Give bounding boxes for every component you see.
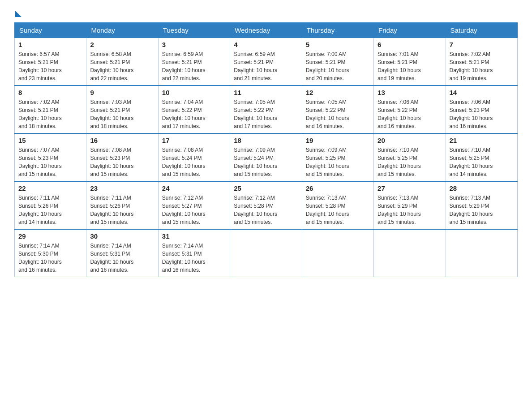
calendar-week-row: 29 Sunrise: 7:14 AM Sunset: 5:30 PM Dayl… xyxy=(15,229,518,277)
day-number: 27 xyxy=(378,184,442,192)
weekday-header-friday: Friday xyxy=(374,23,446,38)
day-info: Sunrise: 7:08 AM Sunset: 5:23 PM Dayligh… xyxy=(90,146,154,178)
calendar-day-cell: 18 Sunrise: 7:09 AM Sunset: 5:24 PM Dayl… xyxy=(230,133,302,181)
day-info: Sunrise: 7:09 AM Sunset: 5:24 PM Dayligh… xyxy=(234,146,298,178)
page-header xyxy=(14,11,518,17)
calendar-day-cell: 1 Sunrise: 6:57 AM Sunset: 5:21 PM Dayli… xyxy=(15,38,86,86)
day-number: 7 xyxy=(450,41,514,48)
day-number: 30 xyxy=(90,232,154,240)
day-number: 12 xyxy=(306,89,370,96)
day-info: Sunrise: 7:10 AM Sunset: 5:25 PM Dayligh… xyxy=(378,146,442,178)
calendar-day-cell: 25 Sunrise: 7:12 AM Sunset: 5:28 PM Dayl… xyxy=(230,181,302,229)
calendar-day-cell: 15 Sunrise: 7:07 AM Sunset: 5:23 PM Dayl… xyxy=(15,133,86,181)
day-number: 17 xyxy=(162,137,226,144)
day-info: Sunrise: 7:13 AM Sunset: 5:28 PM Dayligh… xyxy=(306,194,370,226)
day-info: Sunrise: 7:02 AM Sunset: 5:21 PM Dayligh… xyxy=(18,98,82,130)
day-number: 14 xyxy=(450,89,514,96)
day-number: 15 xyxy=(18,137,82,144)
calendar-day-cell: 6 Sunrise: 7:01 AM Sunset: 5:21 PM Dayli… xyxy=(374,38,446,86)
day-info: Sunrise: 7:12 AM Sunset: 5:27 PM Dayligh… xyxy=(162,194,226,226)
day-info: Sunrise: 7:02 AM Sunset: 5:21 PM Dayligh… xyxy=(450,50,514,82)
calendar-day-cell: 13 Sunrise: 7:06 AM Sunset: 5:22 PM Dayl… xyxy=(374,86,446,133)
day-number: 29 xyxy=(18,232,82,240)
day-number: 2 xyxy=(90,41,154,48)
day-info: Sunrise: 7:13 AM Sunset: 5:29 PM Dayligh… xyxy=(378,194,442,226)
day-number: 21 xyxy=(450,137,514,144)
day-info: Sunrise: 7:11 AM Sunset: 5:26 PM Dayligh… xyxy=(90,194,154,226)
calendar-week-row: 8 Sunrise: 7:02 AM Sunset: 5:21 PM Dayli… xyxy=(15,86,518,133)
day-info: Sunrise: 7:05 AM Sunset: 5:22 PM Dayligh… xyxy=(306,98,370,130)
day-number: 18 xyxy=(234,137,298,144)
day-info: Sunrise: 7:12 AM Sunset: 5:28 PM Dayligh… xyxy=(234,194,298,226)
calendar-day-cell: 11 Sunrise: 7:05 AM Sunset: 5:22 PM Dayl… xyxy=(230,86,302,133)
calendar-day-cell: 12 Sunrise: 7:05 AM Sunset: 5:22 PM Dayl… xyxy=(302,86,373,133)
day-number: 5 xyxy=(306,41,370,48)
day-info: Sunrise: 7:06 AM Sunset: 5:22 PM Dayligh… xyxy=(378,98,442,130)
weekday-header-sunday: Sunday xyxy=(15,23,86,38)
day-number: 10 xyxy=(162,89,226,96)
calendar-week-row: 22 Sunrise: 7:11 AM Sunset: 5:26 PM Dayl… xyxy=(15,181,518,229)
calendar-day-cell: 28 Sunrise: 7:13 AM Sunset: 5:29 PM Dayl… xyxy=(446,181,517,229)
day-number: 8 xyxy=(18,89,82,96)
day-info: Sunrise: 6:57 AM Sunset: 5:21 PM Dayligh… xyxy=(18,50,82,82)
day-number: 3 xyxy=(162,41,226,48)
day-number: 24 xyxy=(162,184,226,192)
calendar-day-cell: 23 Sunrise: 7:11 AM Sunset: 5:26 PM Dayl… xyxy=(86,181,158,229)
calendar-day-cell: 20 Sunrise: 7:10 AM Sunset: 5:25 PM Dayl… xyxy=(374,133,446,181)
calendar-day-cell: 14 Sunrise: 7:06 AM Sunset: 5:23 PM Dayl… xyxy=(446,86,517,133)
weekday-header-monday: Monday xyxy=(86,23,158,38)
calendar-day-cell: 17 Sunrise: 7:08 AM Sunset: 5:24 PM Dayl… xyxy=(158,133,230,181)
calendar-day-cell: 9 Sunrise: 7:03 AM Sunset: 5:21 PM Dayli… xyxy=(86,86,158,133)
day-number: 20 xyxy=(378,137,442,144)
day-info: Sunrise: 7:01 AM Sunset: 5:21 PM Dayligh… xyxy=(378,50,442,82)
day-number: 1 xyxy=(18,41,82,48)
day-info: Sunrise: 7:08 AM Sunset: 5:24 PM Dayligh… xyxy=(162,146,226,178)
day-info: Sunrise: 7:07 AM Sunset: 5:23 PM Dayligh… xyxy=(18,146,82,178)
calendar-day-cell: 3 Sunrise: 6:59 AM Sunset: 5:21 PM Dayli… xyxy=(158,38,230,86)
day-info: Sunrise: 7:04 AM Sunset: 5:22 PM Dayligh… xyxy=(162,98,226,130)
day-info: Sunrise: 7:10 AM Sunset: 5:25 PM Dayligh… xyxy=(450,146,514,178)
day-info: Sunrise: 6:58 AM Sunset: 5:21 PM Dayligh… xyxy=(90,50,154,82)
day-info: Sunrise: 7:13 AM Sunset: 5:29 PM Dayligh… xyxy=(450,194,514,226)
calendar-week-row: 15 Sunrise: 7:07 AM Sunset: 5:23 PM Dayl… xyxy=(15,133,518,181)
calendar-day-cell: 22 Sunrise: 7:11 AM Sunset: 5:26 PM Dayl… xyxy=(15,181,86,229)
calendar-day-cell: 31 Sunrise: 7:14 AM Sunset: 5:31 PM Dayl… xyxy=(158,229,230,277)
day-number: 9 xyxy=(90,89,154,96)
day-info: Sunrise: 7:11 AM Sunset: 5:26 PM Dayligh… xyxy=(18,194,82,226)
day-info: Sunrise: 7:05 AM Sunset: 5:22 PM Dayligh… xyxy=(234,98,298,130)
calendar-day-cell: 10 Sunrise: 7:04 AM Sunset: 5:22 PM Dayl… xyxy=(158,86,230,133)
day-number: 25 xyxy=(234,184,298,192)
day-number: 31 xyxy=(162,232,226,240)
weekday-header-wednesday: Wednesday xyxy=(230,23,302,38)
day-info: Sunrise: 7:14 AM Sunset: 5:31 PM Dayligh… xyxy=(90,242,154,274)
calendar-day-cell: 8 Sunrise: 7:02 AM Sunset: 5:21 PM Dayli… xyxy=(15,86,86,133)
day-info: Sunrise: 7:00 AM Sunset: 5:21 PM Dayligh… xyxy=(306,50,370,82)
calendar-day-cell xyxy=(374,229,446,277)
calendar-day-cell: 5 Sunrise: 7:00 AM Sunset: 5:21 PM Dayli… xyxy=(302,38,373,86)
calendar-day-cell xyxy=(230,229,302,277)
day-number: 6 xyxy=(378,41,442,48)
day-number: 26 xyxy=(306,184,370,192)
calendar-day-cell: 4 Sunrise: 6:59 AM Sunset: 5:21 PM Dayli… xyxy=(230,38,302,86)
weekday-header-saturday: Saturday xyxy=(446,23,517,38)
day-info: Sunrise: 6:59 AM Sunset: 5:21 PM Dayligh… xyxy=(162,50,226,82)
day-number: 16 xyxy=(90,137,154,144)
calendar-day-cell: 26 Sunrise: 7:13 AM Sunset: 5:28 PM Dayl… xyxy=(302,181,373,229)
calendar-day-cell: 2 Sunrise: 6:58 AM Sunset: 5:21 PM Dayli… xyxy=(86,38,158,86)
day-number: 23 xyxy=(90,184,154,192)
calendar-table: SundayMondayTuesdayWednesdayThursdayFrid… xyxy=(14,22,518,277)
calendar-day-cell: 21 Sunrise: 7:10 AM Sunset: 5:25 PM Dayl… xyxy=(446,133,517,181)
day-number: 28 xyxy=(450,184,514,192)
weekday-header-thursday: Thursday xyxy=(302,23,373,38)
calendar-day-cell: 16 Sunrise: 7:08 AM Sunset: 5:23 PM Dayl… xyxy=(86,133,158,181)
day-info: Sunrise: 6:59 AM Sunset: 5:21 PM Dayligh… xyxy=(234,50,298,82)
calendar-day-cell xyxy=(446,229,517,277)
day-info: Sunrise: 7:03 AM Sunset: 5:21 PM Dayligh… xyxy=(90,98,154,130)
calendar-day-cell: 27 Sunrise: 7:13 AM Sunset: 5:29 PM Dayl… xyxy=(374,181,446,229)
calendar-day-cell: 19 Sunrise: 7:09 AM Sunset: 5:25 PM Dayl… xyxy=(302,133,373,181)
day-number: 11 xyxy=(234,89,298,96)
calendar-day-cell: 29 Sunrise: 7:14 AM Sunset: 5:30 PM Dayl… xyxy=(15,229,86,277)
day-number: 22 xyxy=(18,184,82,192)
day-number: 13 xyxy=(378,89,442,96)
calendar-day-cell: 7 Sunrise: 7:02 AM Sunset: 5:21 PM Dayli… xyxy=(446,38,517,86)
